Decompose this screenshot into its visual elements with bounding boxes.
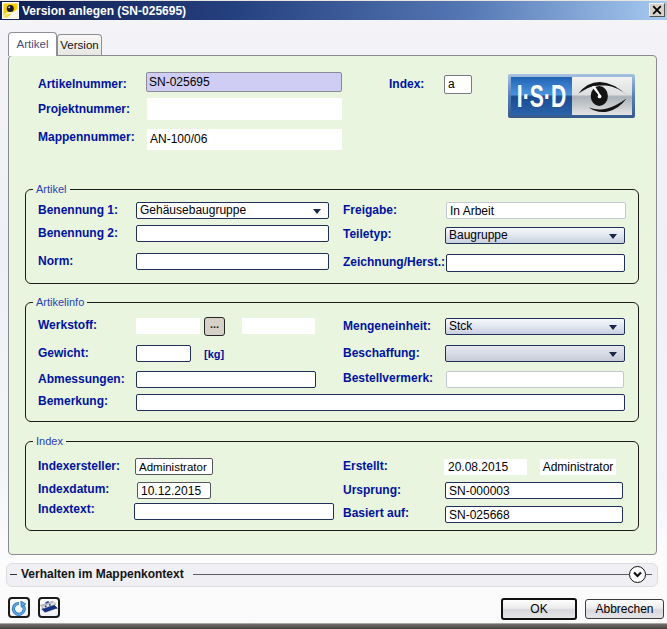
svg-text:I·S·D: I·S·D [517,77,566,114]
